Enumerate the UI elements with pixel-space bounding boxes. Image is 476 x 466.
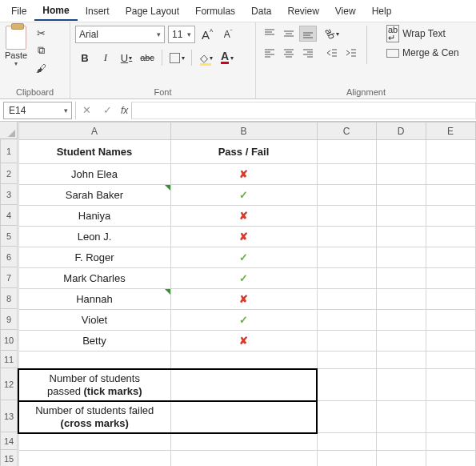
student-name[interactable]: Sarah Baker (18, 185, 170, 206)
cell[interactable] (170, 433, 317, 451)
cell[interactable] (426, 433, 475, 451)
col-header-d[interactable]: D (376, 123, 426, 140)
pass-fail-cell[interactable]: ✘ (170, 331, 317, 352)
student-name[interactable]: Hannah (18, 289, 170, 310)
cell[interactable] (317, 268, 376, 289)
cell[interactable] (376, 164, 426, 185)
row-header-11[interactable]: 11 (0, 351, 18, 368)
cell[interactable] (317, 289, 376, 310)
student-name[interactable]: John Elea (18, 164, 170, 185)
align-middle-button[interactable] (280, 26, 298, 42)
bold-button[interactable]: B (75, 48, 94, 67)
pass-fail-cell[interactable]: ✓ (170, 310, 317, 331)
cancel-formula-button[interactable]: ✕ (76, 104, 97, 116)
cell[interactable] (317, 331, 376, 352)
decrease-indent-button[interactable] (323, 45, 341, 61)
cell[interactable] (426, 369, 475, 401)
menu-file[interactable]: File (3, 2, 34, 20)
cell[interactable] (426, 247, 475, 268)
row-header-5[interactable]: 5 (0, 226, 18, 247)
pass-fail-cell[interactable]: ✘ (170, 164, 317, 185)
row-header-14[interactable]: 14 (0, 432, 18, 450)
menu-formulas[interactable]: Formulas (187, 2, 243, 20)
fill-color-button[interactable]: ◇▾ (197, 48, 216, 67)
student-name[interactable]: Leon J. (18, 227, 170, 247)
student-name[interactable]: Violet (18, 310, 170, 331)
row-header-3[interactable]: 3 (0, 184, 18, 205)
row-header-9[interactable]: 9 (0, 309, 18, 330)
font-name-combo[interactable]: Arial ▾ (75, 26, 165, 43)
cut-button[interactable]: ✂ (33, 26, 49, 40)
cell[interactable] (317, 310, 376, 331)
pass-fail-cell[interactable]: ✓ (170, 247, 317, 268)
row-header-7[interactable]: 7 (0, 267, 18, 288)
cell[interactable] (376, 310, 426, 331)
cell[interactable] (376, 227, 426, 247)
format-painter-button[interactable]: 🖌 (33, 61, 49, 75)
cell[interactable] (426, 140, 475, 164)
row-header-6[interactable]: 6 (0, 247, 18, 267)
student-name[interactable]: Mark Charles (18, 268, 170, 289)
name-box[interactable]: E14 ▾ (3, 102, 72, 119)
align-center-button[interactable] (280, 45, 298, 61)
cell[interactable] (376, 140, 426, 164)
cell[interactable] (376, 451, 426, 467)
formula-input[interactable] (131, 102, 476, 119)
row-header-10[interactable]: 10 (0, 330, 18, 351)
align-left-button[interactable] (261, 45, 278, 61)
cell[interactable] (426, 227, 475, 247)
underline-button[interactable]: U▾ (117, 48, 136, 67)
col-header-c[interactable]: C (317, 123, 376, 140)
increase-font-button[interactable]: A^ (198, 26, 216, 43)
cell[interactable] (426, 289, 475, 310)
select-all-corner[interactable] (0, 122, 18, 139)
cell[interactable] (376, 369, 426, 401)
cell[interactable] (18, 451, 170, 467)
cell[interactable] (426, 352, 475, 369)
cell[interactable] (170, 451, 317, 467)
menu-page-layout[interactable]: Page Layout (118, 2, 187, 20)
cell[interactable] (376, 268, 426, 289)
pass-fail-cell[interactable]: ✘ (170, 289, 317, 310)
row-header-2[interactable]: 2 (0, 163, 18, 184)
cell[interactable] (317, 227, 376, 247)
cell[interactable] (426, 401, 475, 433)
student-name[interactable]: Betty (18, 331, 170, 352)
cell[interactable] (426, 310, 475, 331)
pass-fail-cell[interactable]: ✘ (170, 206, 317, 227)
summary-failed-value[interactable] (170, 401, 317, 433)
header-pass-fail[interactable]: Pass / Fail (170, 140, 317, 164)
cell[interactable] (317, 451, 376, 467)
cell[interactable] (426, 185, 475, 206)
align-right-button[interactable] (299, 45, 317, 61)
cell[interactable] (376, 185, 426, 206)
summary-failed-label[interactable]: Number of students failed(cross marks) (18, 401, 170, 433)
decrease-font-button[interactable]: Aˇ (219, 26, 237, 43)
row-header-13[interactable]: 13 (0, 400, 18, 432)
row-header-4[interactable]: 4 (0, 205, 18, 226)
menu-data[interactable]: Data (243, 2, 279, 20)
cell[interactable] (317, 140, 376, 164)
student-name[interactable]: F. Roger (18, 247, 170, 268)
cell[interactable] (426, 206, 475, 227)
cell[interactable] (376, 206, 426, 227)
font-size-combo[interactable]: 11 ▾ (168, 26, 195, 43)
paste-button[interactable]: Paste ▾ (5, 26, 27, 67)
wrap-text-button[interactable]: ab↵ Wrap Text (383, 26, 462, 42)
menu-home[interactable]: Home (34, 2, 77, 21)
cell[interactable] (426, 331, 475, 352)
borders-button[interactable]: ▾ (167, 48, 186, 67)
cell[interactable] (317, 401, 376, 433)
summary-passed-value[interactable] (170, 369, 317, 401)
italic-button[interactable]: I (96, 48, 115, 67)
cell[interactable] (18, 433, 170, 451)
align-top-button[interactable] (261, 26, 278, 42)
menu-help[interactable]: Help (364, 2, 400, 20)
increase-indent-button[interactable] (342, 45, 360, 61)
header-student-names[interactable]: Student Names (18, 140, 170, 164)
cell[interactable] (376, 433, 426, 451)
col-header-e[interactable]: E (426, 123, 475, 140)
menu-review[interactable]: Review (279, 2, 326, 20)
paste-dropdown-icon[interactable]: ▾ (14, 60, 18, 67)
menu-view[interactable]: View (327, 2, 364, 20)
